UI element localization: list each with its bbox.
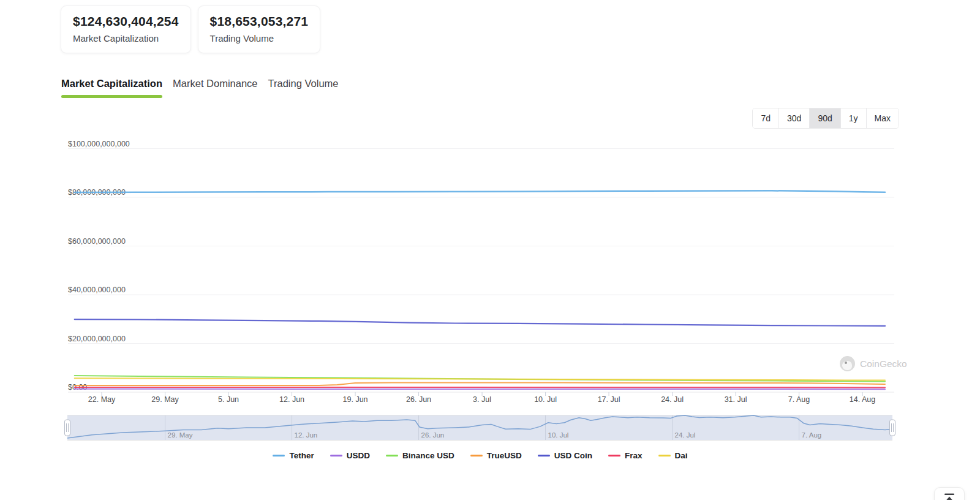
legend-label: Tether — [289, 451, 314, 460]
tab-label: Trading Volume — [268, 78, 339, 89]
x-axis-label: 10. Jul — [534, 395, 557, 404]
coingecko-watermark-label: CoinGecko — [860, 358, 907, 369]
legend-label: USD Coin — [554, 451, 592, 460]
navigator-right-handle[interactable] — [890, 420, 895, 436]
navigator-axis-label: 7. Aug — [802, 431, 822, 439]
navigator-axis-label: 26. Jun — [421, 431, 445, 439]
tab-label: Market Dominance — [173, 78, 257, 89]
x-axis-label: 7. Aug — [788, 395, 810, 404]
tab-underline — [268, 95, 339, 98]
x-axis-label: 14. Aug — [850, 395, 875, 404]
legend-label: Dai — [675, 451, 688, 460]
x-axis-label: 29. May — [151, 395, 179, 404]
legend-label: TrueUSD — [487, 451, 522, 460]
tab-market-capitalization[interactable]: Market Capitalization — [61, 78, 162, 98]
x-axis-label: 5. Jun — [218, 395, 239, 404]
tab-market-dominance[interactable]: Market Dominance — [173, 78, 257, 98]
trading-volume-value: $18,653,053,271 — [210, 14, 309, 29]
market-cap-value: $124,630,404,254 — [73, 14, 179, 29]
market-cap-chart: $100,000,000,000$80,000,000,000$60,000,0… — [0, 0, 980, 500]
x-axis-label: 3. Jul — [473, 395, 491, 404]
legend-marker — [658, 455, 671, 456]
range-button-30d[interactable]: 30d — [778, 108, 809, 128]
trading-volume-label: Trading Volume — [210, 33, 309, 44]
legend-marker — [273, 455, 285, 456]
legend-item-usd-coin[interactable]: USD Coin — [538, 451, 592, 460]
range-button-max[interactable]: Max — [866, 108, 899, 128]
x-axis-label: 26. Jun — [406, 395, 431, 404]
range-button-1y[interactable]: 1y — [840, 108, 866, 128]
coingecko-gecko-icon — [840, 356, 855, 371]
navigator-axis-label: 29. May — [168, 431, 193, 439]
legend-marker — [470, 455, 483, 456]
chart-tabs: Market Capitalization Market Dominance T… — [61, 78, 349, 98]
legend-marker — [608, 455, 620, 456]
x-axis-label: 12. Jun — [279, 395, 304, 404]
legend-marker — [330, 455, 342, 456]
legend-label: USDD — [347, 451, 370, 460]
scroll-to-top-button[interactable] — [934, 487, 965, 500]
legend-item-frax[interactable]: Frax — [608, 451, 643, 460]
x-axis-label: 24. Jul — [661, 395, 684, 404]
market-cap-label: Market Capitalization — [73, 33, 179, 44]
legend-item-tether[interactable]: Tether — [273, 451, 314, 460]
navigator-axis-label: 10. Jul — [548, 431, 569, 439]
range-button-7d[interactable]: 7d — [753, 108, 778, 128]
navigator-axis-label: 12. Jun — [295, 431, 318, 439]
legend-label: Binance USD — [402, 451, 454, 460]
coingecko-watermark: CoinGecko — [840, 356, 907, 371]
navigator-axis-label: 24. Jul — [675, 431, 696, 439]
legend-item-binance-usd[interactable]: Binance USD — [386, 451, 454, 460]
market-cap-card: $124,630,404,254 Market Capitalization — [61, 6, 191, 53]
legend-item-trueusd[interactable]: TrueUSD — [470, 451, 522, 460]
range-button-90d[interactable]: 90d — [809, 108, 840, 128]
x-axis-label: 22. May — [88, 395, 116, 404]
legend-label: Frax — [625, 451, 643, 460]
scroll-to-top-icon — [943, 493, 956, 500]
tab-underline — [173, 95, 257, 98]
active-tab-underline — [61, 95, 162, 98]
stablecoin-dashboard: $100,000,000,000$80,000,000,000$60,000,0… — [0, 0, 980, 500]
x-axis-label: 17. Jul — [598, 395, 620, 404]
navigator-left-handle[interactable] — [65, 420, 70, 436]
x-axis-label: 31. Jul — [725, 395, 747, 404]
tab-label: Market Capitalization — [61, 78, 162, 89]
chart-legend: TetherUSDDBinance USDTrueUSDUSD CoinFrax… — [61, 451, 899, 460]
tab-trading-volume[interactable]: Trading Volume — [268, 78, 339, 98]
x-axis-label: 19. Jun — [343, 395, 368, 404]
legend-marker — [538, 455, 550, 456]
stats-row: $124,630,404,254 Market Capitalization $… — [61, 6, 320, 53]
trading-volume-card: $18,653,053,271 Trading Volume — [198, 6, 321, 53]
legend-marker — [386, 455, 398, 456]
legend-item-usdd[interactable]: USDD — [330, 451, 370, 460]
chart-plot-area[interactable] — [68, 138, 894, 392]
legend-item-dai[interactable]: Dai — [658, 451, 688, 460]
time-range-selector: 7d30d90d1yMax — [752, 108, 899, 129]
